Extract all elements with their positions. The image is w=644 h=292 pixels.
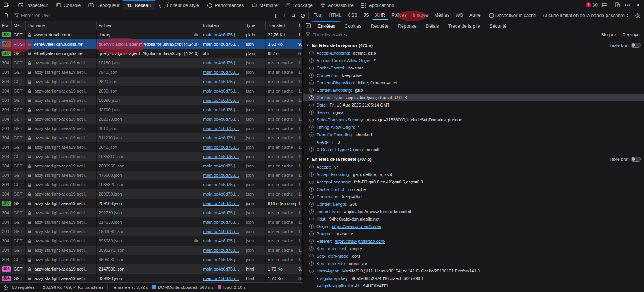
- request-row[interactable]: 304GETjazzy-starlight-aeea19.netli…19858…: [0, 180, 302, 189]
- column-header[interactable]: T…: [296, 21, 302, 30]
- header-row[interactable]: X-Alg-PT:3: [303, 138, 644, 146]
- initiator-link[interactable]: main.bd4b6d75.j…: [203, 192, 239, 196]
- clear-requests-icon[interactable]: [2, 10, 11, 21]
- header-row[interactable]: ?Accept-Encoding:deflate, gzip: [303, 49, 644, 57]
- learn-more-icon[interactable]: ?: [309, 224, 314, 229]
- pick-element-icon[interactable]: [2, 0, 11, 10]
- header-row[interactable]: ?Transfer-Encoding:chunked: [303, 131, 644, 138]
- initiator-link[interactable]: main.bd4b6d75.j…: [203, 201, 239, 206]
- header-row[interactable]: ?Content-Disposition:inline; filename=a.…: [303, 79, 644, 86]
- initiator-link[interactable]: main.bd4b6d75.j…: [203, 154, 239, 159]
- request-row[interactable]: 304GETjazzy-starlight-aeea19.netli…47660…: [0, 171, 302, 180]
- header-row[interactable]: x-algolia-application-id:94HE6YATEI: [303, 282, 644, 289]
- learn-more-icon[interactable]: ?: [309, 103, 314, 107]
- column-header[interactable]: Mé…: [12, 21, 26, 30]
- initiator-link[interactable]: main.bd4b6d75.j…: [203, 126, 239, 131]
- header-row[interactable]: ?Referer:https://www.protondb.com/: [303, 237, 644, 245]
- tab-m-moire[interactable]: Mémoire: [248, 0, 281, 10]
- network-settings-gear-icon[interactable]: [633, 10, 642, 21]
- column-header[interactable]: Fichier: [97, 21, 201, 30]
- request-row[interactable]: 304GETjazzy-starlight-aeea19.netli…35952…: [0, 255, 302, 264]
- filter-chip-xhr[interactable]: XHR: [373, 11, 388, 20]
- learn-more-icon[interactable]: ?: [309, 110, 314, 115]
- initiator-link[interactable]: main.bd4b6d75.j…: [203, 79, 239, 84]
- header-row[interactable]: ?Content-Encoding:gzip: [303, 86, 644, 94]
- request-row[interactable]: 304GETjazzy-starlight-aeea19.netli…20965…: [0, 189, 302, 199]
- learn-more-icon[interactable]: ?: [309, 132, 314, 137]
- learn-more-icon[interactable]: ?: [309, 125, 314, 130]
- column-header[interactable]: Éta: [0, 21, 12, 30]
- request-row[interactable]: 304GETjazzy-starlight-aeea19.netli…7940.…: [0, 68, 302, 77]
- tab-r-seau[interactable]: Réseau: [123, 0, 154, 10]
- header-row[interactable]: ?content-type:application/x-www-form-url…: [303, 208, 644, 215]
- request-row[interactable]: 404GETjazzy-starlight-aeea19.netli…21475…: [0, 264, 302, 274]
- tab-d-bogueur[interactable]: Débogueur: [85, 0, 123, 10]
- request-row[interactable]: 304GETjazzy-starlight-aeea19.netli…20009…: [0, 161, 302, 171]
- initiator-link[interactable]: main.bd4b6d75.j…: [203, 89, 239, 93]
- request-row[interactable]: 404GETjazzy-starlight-aeea19.netli…33969…: [0, 274, 302, 282]
- request-row[interactable]: 304GETjazzy-starlight-aeea19.netli…19858…: [0, 152, 302, 161]
- request-row[interactable]: 200POST94he6yatei-dsn.algolia.netquery?x…: [0, 39, 302, 49]
- filter-chip-polices[interactable]: Polices: [389, 11, 409, 20]
- disable-cache-checkbox[interactable]: Désactiver le cache: [489, 13, 536, 18]
- header-value[interactable]: https://www.protondb.com/: [335, 239, 386, 244]
- learn-more-icon[interactable]: ?: [309, 80, 314, 85]
- filter-chip-html[interactable]: HTML: [326, 11, 344, 20]
- learn-more-icon[interactable]: ?: [309, 187, 314, 192]
- block-button[interactable]: Bloquer: [601, 32, 616, 37]
- header-row[interactable]: ?Accept:*/*: [303, 163, 644, 171]
- learn-more-icon[interactable]: ?: [309, 246, 314, 251]
- header-row[interactable]: ?Host:94he6yatei-dsn.algolia.net: [303, 215, 644, 223]
- resend-button[interactable]: Renvoyer: [623, 32, 641, 37]
- request-row[interactable]: 304GETjazzy-starlight-aeea19.netli…10090…: [0, 96, 302, 105]
- header-row[interactable]: ?User-Agent:Mozilla/5.0 (X11; Linux x86_…: [303, 267, 644, 274]
- section-header[interactable]: ▼En-têtes de la requête (707 o)Texte bru…: [303, 155, 644, 163]
- tab-inspecteur[interactable]: Inspecteur: [14, 0, 52, 10]
- learn-more-icon[interactable]: ?: [309, 118, 314, 122]
- request-row[interactable]: 304GETjazzy-starlight-aeea19.netli…29273…: [0, 208, 302, 217]
- learn-more-icon[interactable]: ?: [309, 254, 314, 258]
- header-row[interactable]: ?Accept-Language:fr,fr-FR;q=0.8,en-US;q=…: [303, 178, 644, 185]
- details-tab-r-ponse[interactable]: Réponse: [393, 21, 421, 30]
- raw-toggle-switch[interactable]: [631, 43, 641, 48]
- search-icon[interactable]: [289, 10, 298, 21]
- error-count-badge[interactable]: ! 30: [584, 2, 599, 8]
- request-row[interactable]: 304GETjazzy-starlight-aeea19.netli…35952…: [0, 246, 302, 255]
- learn-more-icon[interactable]: ?: [309, 147, 314, 152]
- request-row[interactable]: 304GETjazzy-starlight-aeea19.netli…21463…: [0, 217, 302, 227]
- tab-performances[interactable]: Performances: [203, 0, 248, 10]
- filter-chip-ws[interactable]: WS: [453, 11, 466, 20]
- header-row[interactable]: ?Content-Length:280: [303, 200, 644, 208]
- new-request-icon[interactable]: +: [280, 10, 289, 21]
- throttling-select[interactable]: Aucune limitation de la bande passante: [543, 13, 629, 18]
- header-row[interactable]: ?Sec-Fetch-Mode:cors: [303, 252, 644, 260]
- header-row[interactable]: ?Connection:keep-alive: [303, 193, 644, 200]
- learn-more-icon[interactable]: ?: [309, 202, 314, 207]
- initiator-link[interactable]: main.bd4b6d75.j…: [203, 98, 239, 103]
- request-row[interactable]: 200GETjazzy-starlight-aeea19.netli…20916…: [0, 199, 302, 208]
- initiator-link[interactable]: main.bd4b6d75.j…: [203, 182, 239, 187]
- learn-more-icon[interactable]: ?: [309, 58, 314, 63]
- header-row[interactable]: ?Timing-Allow-Origin:*: [303, 123, 644, 131]
- request-row[interactable]: 200GETwww.protondb.comlibrarymain.bd4b6d…: [0, 30, 302, 39]
- column-header[interactable]: Type: [244, 21, 266, 30]
- column-header[interactable]: Domaine: [26, 21, 97, 30]
- initiator-link[interactable]: main.bd4b6d75.j…: [203, 248, 239, 253]
- header-row[interactable]: ?Cache-Control:no-store: [303, 64, 644, 71]
- header-row[interactable]: ?Accept-Encoding:gzip, deflate, br, zstd: [303, 171, 644, 178]
- header-row[interactable]: ?Sec-Fetch-Site:cross-site: [303, 260, 644, 267]
- header-row[interactable]: ?Server:nginx: [303, 109, 644, 116]
- initiator-link[interactable]: main.bd4b6d75.j…: [203, 220, 239, 224]
- request-row[interactable]: 304GETjazzy-starlight-aeea19.netli…19380…: [0, 227, 302, 236]
- stopwatch-icon[interactable]: [3, 285, 8, 290]
- tab--diteur-de-style[interactable]: { }Éditeur de style: [155, 0, 203, 10]
- learn-more-icon[interactable]: ?: [309, 269, 314, 273]
- header-row[interactable]: x-algolia-api-key:9ba0e69fb2974316cdaec8…: [303, 274, 644, 282]
- column-header[interactable]: Transfert: [266, 21, 296, 30]
- menu-icon[interactable]: •••: [623, 0, 632, 10]
- request-row[interactable]: 304GETjazzy-starlight-aeea19.netli…10180…: [0, 58, 302, 68]
- request-row[interactable]: 200OP…94he6yatei-dsn.algolia.netquery?x-…: [0, 49, 302, 58]
- pause-traffic-icon[interactable]: [270, 10, 280, 21]
- initiator-link[interactable]: main.bd4b6d75.j…: [203, 173, 239, 178]
- details-tab-requ-te[interactable]: Requête: [366, 21, 393, 30]
